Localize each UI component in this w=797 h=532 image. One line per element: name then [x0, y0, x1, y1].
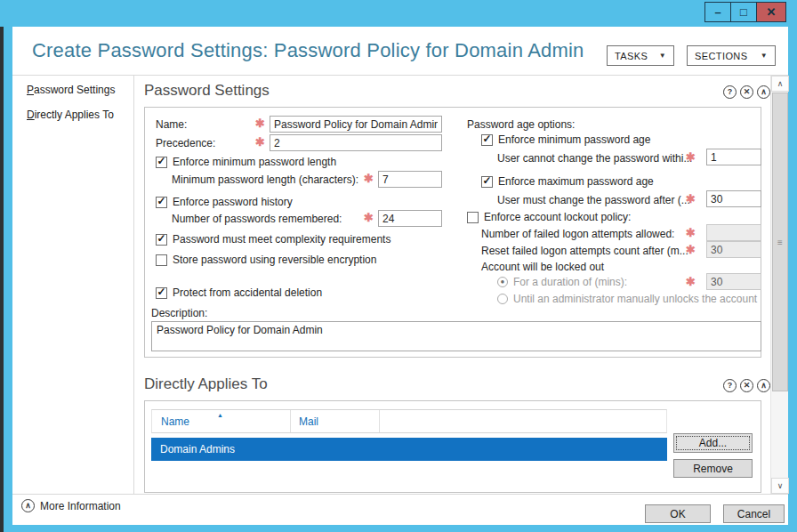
applies-to-table: Name ▲ Mail Domain Admins: [151, 409, 667, 433]
passwords-remembered-input[interactable]: [378, 210, 442, 227]
minimize-icon: –: [714, 5, 721, 19]
ok-button[interactable]: OK: [645, 504, 711, 523]
more-information-toggle[interactable]: ∧ More Information: [21, 499, 121, 512]
precedence-input[interactable]: [270, 134, 442, 151]
min-length-label: Minimum password length (characters):: [172, 173, 358, 186]
table-header-row: Name ▲ Mail: [151, 409, 667, 433]
window-titlebar: – □ ✕: [0, 0, 797, 27]
close-icon: ✕: [767, 5, 777, 19]
complexity-checkbox[interactable]: ✓ Password must meet complexity requirem…: [156, 233, 390, 246]
required-icon: ✱: [364, 212, 374, 223]
enforce-min-length-checkbox[interactable]: ✓ Enforce minimum password length: [156, 156, 336, 168]
enforce-max-age-label: Enforce maximum password age: [498, 175, 654, 188]
help-icon[interactable]: ?: [723, 85, 737, 99]
remove-button[interactable]: Remove: [673, 459, 753, 478]
row-name-cell: Domain Admins: [160, 443, 235, 455]
checkbox-icon: ✓: [156, 234, 167, 246]
enforce-min-age-label: Enforce minimum password age: [498, 133, 650, 146]
duration-input: [706, 273, 761, 290]
duration-radio[interactable]: ● For a duration of (mins):: [497, 276, 627, 288]
reversible-encryption-checkbox[interactable]: Store password using reversible encrypti…: [156, 254, 376, 266]
section-close-icon[interactable]: ✕: [740, 379, 753, 392]
chevron-up-icon: ∧: [21, 499, 35, 512]
section-collapse-icon[interactable]: ∧: [757, 379, 770, 392]
sidebar-item-directly-applies-to[interactable]: Directly Applies To: [27, 109, 114, 121]
column-divider: [379, 410, 380, 432]
scroll-up-icon[interactable]: ∧: [771, 76, 789, 92]
add-button[interactable]: Add...: [673, 433, 753, 453]
column-divider: [290, 410, 291, 432]
enforce-history-checkbox[interactable]: ✓ Enforce password history: [156, 196, 293, 208]
checkbox-icon: [467, 212, 479, 223]
checkbox-icon: [156, 254, 167, 266]
vertical-scrollbar[interactable]: ∧ ≡ ∨: [770, 76, 788, 494]
description-input[interactable]: Password Policy for Domain Admin: [151, 321, 761, 351]
precedence-label: Precedence:: [156, 137, 215, 149]
required-icon: ✱: [686, 227, 696, 238]
complexity-label: Password must meet complexity requiremen…: [173, 233, 390, 246]
checkbox-icon: ✓: [156, 197, 167, 208]
reset-count-label: Reset failed logon attempts count after …: [481, 245, 688, 257]
enforce-min-age-checkbox[interactable]: ✓ Enforce minimum password age: [481, 133, 650, 146]
max-age-input[interactable]: [706, 190, 761, 207]
chevron-down-icon: ▼: [659, 52, 666, 60]
tasks-button-label: TASKS: [615, 51, 648, 61]
tasks-button[interactable]: TASKS ▼: [607, 45, 674, 66]
required-icon: ✱: [686, 244, 696, 255]
cancel-button[interactable]: Cancel: [723, 504, 785, 523]
page-title: Create Password Settings: Password Polic…: [32, 39, 584, 62]
section-close-icon[interactable]: ✕: [740, 85, 753, 99]
scrollbar-grip-icon: ≡: [777, 238, 783, 247]
failed-attempts-input: [706, 224, 761, 241]
header-divider: [12, 75, 788, 76]
radio-icon: [497, 294, 508, 304]
sections-button[interactable]: SECTIONS ▼: [687, 45, 776, 66]
section-collapse-icon[interactable]: ∧: [757, 85, 770, 99]
min-age-input[interactable]: [706, 149, 761, 165]
background-window-edge: [0, 0, 4, 532]
sidebar-divider: [133, 76, 134, 494]
checkbox-icon: ✓: [481, 134, 493, 146]
passwords-remembered-label: Number of passwords remembered:: [172, 213, 342, 225]
footer-divider: [12, 494, 788, 495]
failed-attempts-label: Number of failed logon attempts allowed:: [481, 228, 674, 240]
close-button[interactable]: ✕: [756, 2, 786, 22]
min-length-input[interactable]: [378, 171, 442, 188]
reversible-encryption-label: Store password using reversible encrypti…: [173, 254, 376, 266]
reset-count-input: [706, 241, 761, 258]
name-input[interactable]: [270, 116, 442, 133]
description-label: Description:: [151, 307, 207, 319]
chevron-down-icon: ▼: [761, 52, 768, 60]
scrollbar-thumb[interactable]: ≡: [772, 93, 788, 391]
required-icon: ✱: [686, 193, 696, 205]
name-label: Name:: [156, 118, 187, 131]
maximize-icon: □: [740, 5, 747, 19]
column-header-mail[interactable]: Mail: [299, 415, 318, 428]
enforce-history-label: Enforce password history: [173, 196, 293, 208]
table-row-domain-admins[interactable]: Domain Admins: [151, 438, 667, 461]
checkbox-icon: ✓: [481, 176, 493, 188]
scroll-down-icon[interactable]: ∨: [771, 478, 789, 494]
directly-applies-to-section-title: Directly Applies To: [144, 375, 268, 393]
protect-deletion-label: Protect from accidental deletion: [173, 286, 322, 299]
lockout-policy-label: Enforce account lockout policy:: [484, 211, 631, 223]
checkbox-icon: ✓: [156, 287, 167, 299]
minimize-button[interactable]: –: [704, 2, 731, 22]
column-header-name[interactable]: Name: [161, 415, 189, 428]
help-icon[interactable]: ?: [723, 379, 737, 392]
create-password-settings-dialog: Create Password Settings: Password Polic…: [12, 27, 788, 525]
maximize-button[interactable]: □: [730, 2, 757, 22]
enforce-max-age-checkbox[interactable]: ✓ Enforce maximum password age: [481, 175, 654, 188]
required-icon: ✱: [255, 117, 265, 129]
required-icon: ✱: [364, 173, 374, 184]
until-admin-unlocks-radio[interactable]: Until an administrator manually unlocks …: [497, 293, 757, 305]
protect-deletion-checkbox[interactable]: ✓ Protect from accidental deletion: [156, 286, 322, 299]
radio-icon: ●: [497, 277, 508, 287]
password-settings-section-title: Password Settings: [144, 82, 270, 100]
sidebar-item-password-settings[interactable]: Password Settings: [27, 84, 115, 96]
account-locked-out-label: Account will be locked out: [481, 261, 604, 273]
lockout-policy-checkbox[interactable]: Enforce account lockout policy:: [467, 211, 631, 223]
window-controls: – □ ✕: [705, 2, 786, 22]
required-icon: ✱: [686, 151, 696, 163]
required-icon: ✱: [255, 136, 265, 148]
